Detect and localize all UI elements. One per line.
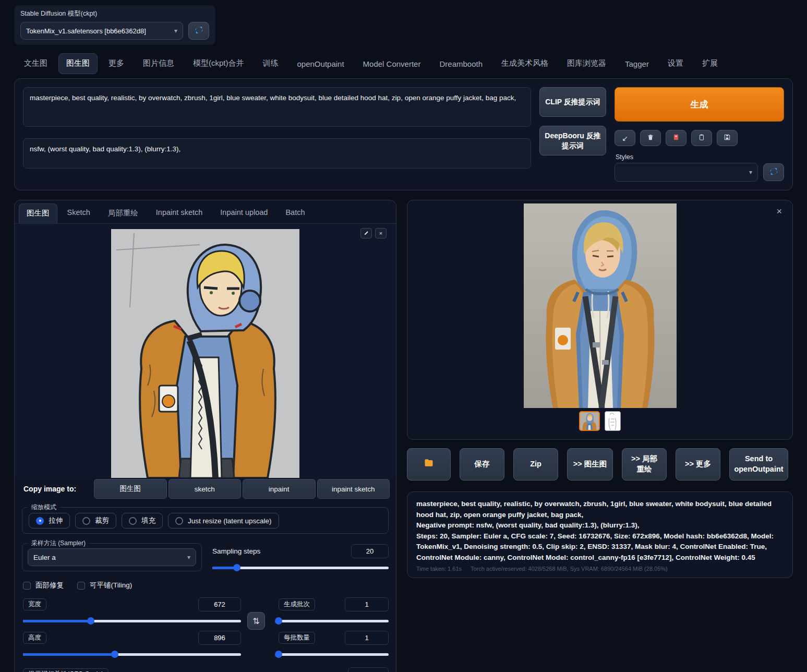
generated-image[interactable]: [524, 203, 677, 408]
sampling-steps-input[interactable]: [351, 544, 389, 558]
apply-style-button[interactable]: [691, 130, 712, 146]
width-slider[interactable]: [23, 617, 241, 625]
sampler-label: 采样方法 (Sampler): [28, 539, 89, 548]
slider-handle[interactable]: [275, 651, 282, 658]
copy-to-sketch-button[interactable]: sketch: [168, 479, 242, 499]
batch-count-input[interactable]: [345, 597, 389, 611]
extra-networks-icon: [672, 134, 680, 142]
face-restore-checkbox[interactable]: 面部修复: [23, 581, 64, 590]
tab-train[interactable]: 训练: [255, 53, 286, 74]
send-to-openoutpaint-button[interactable]: Send to openOutpaint: [729, 448, 788, 481]
tab-openoutpaint[interactable]: openOutpaint: [290, 54, 352, 74]
refresh-icon: [195, 26, 203, 36]
save-button[interactable]: 保存: [460, 448, 504, 481]
copy-to-inpaint-sketch-button[interactable]: inpaint sketch: [317, 479, 390, 499]
save-style-button[interactable]: [717, 130, 738, 146]
tab-image-browser[interactable]: 图库浏览器: [559, 53, 614, 74]
resize-mode-crop[interactable]: 裁剪: [75, 513, 116, 529]
styles-label: Styles: [616, 153, 784, 161]
negative-prompt-input[interactable]: nsfw, (worst quality, bad quality:1.3), …: [23, 138, 531, 169]
tab-sketch-mode[interactable]: Sketch: [59, 203, 98, 223]
open-folder-button[interactable]: [407, 448, 451, 481]
remove-image-button[interactable]: ×: [375, 228, 387, 238]
generate-button[interactable]: 生成: [615, 87, 784, 122]
tab-inpaint-sketch-mode[interactable]: Inpaint sketch: [148, 203, 210, 223]
resize-mode-fill[interactable]: 填充: [122, 513, 163, 529]
prompt-card: masterpiece, best quality, realistic, by…: [14, 78, 793, 190]
batch-size-slider[interactable]: [279, 651, 389, 658]
copy-to-inpaint-button[interactable]: inpaint: [243, 479, 316, 499]
extra-networks-button[interactable]: [666, 130, 686, 146]
thumbnail-generated[interactable]: [579, 411, 600, 431]
styles-select[interactable]: ▾: [615, 163, 758, 182]
tab-art-styles[interactable]: 生成美术风格: [493, 53, 556, 74]
slider-handle[interactable]: [275, 617, 282, 625]
send-to-img2img-button[interactable]: >> 图生图: [567, 448, 613, 481]
model-selector-card: Stable Diffusion 模型(ckpt) TokenMix_v1.sa…: [14, 5, 215, 45]
tab-tagger[interactable]: Tagger: [617, 54, 657, 74]
gallery-thumbnails: [579, 411, 621, 431]
height-input[interactable]: [198, 631, 241, 645]
paste-icon: ↙: [622, 134, 628, 142]
img2img-source-canvas[interactable]: ×: [15, 224, 396, 478]
vram-info: Torch active/reserved: 4028/5268 MiB, Sy…: [471, 566, 668, 572]
model-select-value: TokenMix_v1.safetensors [bb6e6362d8]: [26, 27, 146, 35]
tab-img2img-mode[interactable]: 图生图: [19, 203, 57, 223]
width-input[interactable]: [198, 597, 241, 611]
cfg-scale-input[interactable]: [348, 667, 389, 672]
model-select[interactable]: TokenMix_v1.safetensors [bb6e6362d8] ▾: [20, 22, 183, 40]
tiling-checkbox[interactable]: 可平铺(Tiling): [77, 581, 132, 590]
tab-batch-mode[interactable]: Batch: [278, 203, 312, 223]
tab-checkpoint-merger[interactable]: 模型(ckpt)合并: [185, 53, 252, 74]
thumbnail-controlnet-canny[interactable]: [605, 411, 621, 431]
slider-handle[interactable]: [87, 617, 94, 625]
radio-icon: [175, 517, 183, 525]
zip-button[interactable]: Zip: [513, 448, 558, 481]
height-group: 高度: [23, 631, 241, 658]
paste-button[interactable]: ↙: [615, 130, 635, 146]
batch-count-group: 生成批次: [279, 597, 389, 625]
slider-handle[interactable]: [111, 651, 118, 658]
copy-to-img2img-button[interactable]: 图生图: [94, 479, 167, 499]
width-label: 宽度: [23, 598, 46, 610]
tab-dreambooth[interactable]: Dreambooth: [431, 54, 490, 74]
copy-image-label: Copy image to:: [15, 479, 94, 499]
tab-inpaint-mode[interactable]: 局部重绘: [100, 203, 146, 223]
resize-mode-latent-upscale[interactable]: Just resize (latent upscale): [168, 513, 279, 529]
tab-txt2img[interactable]: 文生图: [16, 53, 55, 74]
batch-size-input[interactable]: [345, 631, 389, 645]
tab-model-converter[interactable]: Model Converter: [355, 54, 429, 74]
batch-count-slider[interactable]: [279, 617, 389, 625]
tab-extensions[interactable]: 扩展: [694, 53, 726, 74]
close-gallery-icon[interactable]: ×: [776, 207, 782, 216]
height-slider[interactable]: [23, 651, 241, 658]
clear-prompt-button[interactable]: [640, 130, 661, 146]
batch-count-label: 生成批次: [279, 598, 315, 610]
refresh-model-button[interactable]: [188, 22, 209, 40]
deepbooru-interrogate-button[interactable]: DeepBooru 反推提示词: [539, 126, 606, 155]
img2img-panel: 图生图 Sketch 局部重绘 Inpaint sketch Inpaint u…: [14, 200, 396, 672]
swap-dimensions-button[interactable]: ⇅: [247, 612, 265, 630]
tab-inpaint-upload-mode[interactable]: Inpaint upload: [212, 203, 275, 223]
send-to-inpaint-button[interactable]: >> 局部重绘: [622, 448, 667, 481]
tab-png-info[interactable]: 图片信息: [135, 53, 182, 74]
positive-prompt-input[interactable]: masterpiece, best quality, realistic, by…: [23, 87, 531, 127]
clip-interrogate-button[interactable]: CLIP 反推提示词: [539, 87, 606, 117]
tab-extras[interactable]: 更多: [101, 53, 132, 74]
quick-tools-row: ↙: [615, 130, 784, 146]
resize-mode-stretch[interactable]: 拉伸: [29, 513, 70, 529]
sampler-select[interactable]: Euler a ▾: [28, 548, 196, 566]
edit-image-button[interactable]: [360, 228, 372, 238]
pencil-icon: [364, 230, 369, 237]
clipboard-icon: [698, 134, 705, 142]
slider-handle[interactable]: [233, 564, 240, 571]
time-taken-line: Time taken: 1.61s Torch active/reserved:…: [416, 566, 784, 572]
send-to-extras-button[interactable]: >> 更多: [676, 448, 720, 481]
info-negative-line: Negative prompt: nsfw, (worst quality, b…: [416, 520, 784, 531]
sampling-steps-slider[interactable]: [212, 564, 389, 571]
tab-img2img[interactable]: 图生图: [58, 53, 98, 74]
trash-icon: [647, 134, 654, 142]
tab-settings[interactable]: 设置: [660, 53, 691, 74]
time-taken: Time taken: 1.61s: [416, 566, 462, 572]
refresh-styles-button[interactable]: [763, 163, 784, 181]
